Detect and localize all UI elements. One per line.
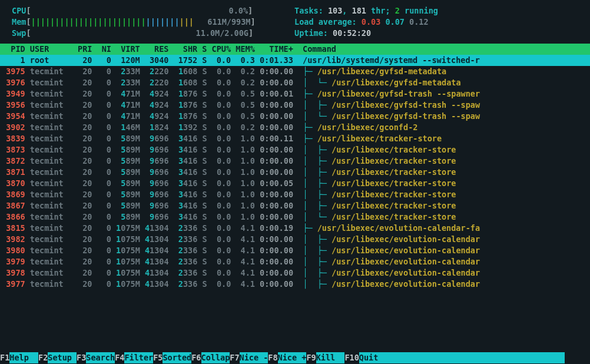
table-row[interactable]: 3871 tecmint 20 0 589M 9696 3416 S 0.0 1… bbox=[0, 167, 590, 178]
fkey-f8[interactable]: F8 bbox=[268, 353, 277, 362]
load-1: 0.03 bbox=[362, 17, 381, 27]
fkey-f1[interactable]: F1 bbox=[0, 353, 9, 362]
table-row[interactable]: 3873 tecmint 20 0 589M 9696 3416 S 0.0 1… bbox=[0, 144, 590, 155]
column-headers[interactable]: PID USER PRI NI VIRT RES SHR S CPU% MEM%… bbox=[0, 44, 590, 55]
swp-meter: Swp[11.0M/2.00G] bbox=[12, 28, 289, 39]
function-key-bar[interactable]: F1Help F2Setup F3SearchF4FilterF5SortedF… bbox=[0, 352, 590, 364]
table-row[interactable]: 3978 tecmint 20 0 1075M 41304 2336 S 0.0… bbox=[0, 267, 590, 279]
table-row[interactable]: 3954 tecmint 20 0 471M 4924 1876 S 0.0 0… bbox=[0, 111, 590, 122]
fkey-f7[interactable]: F7 bbox=[230, 353, 239, 362]
table-row[interactable]: 3977 tecmint 20 0 1075M 41304 2336 S 0.0… bbox=[0, 279, 590, 290]
fkey-f10[interactable]: F10 bbox=[344, 353, 359, 362]
mem-meter: Mem[||||||||||||||||||||||||||||||||||61… bbox=[12, 16, 289, 28]
tasks-count: 103 bbox=[328, 6, 342, 15]
process-list[interactable]: 3975 tecmint 20 0 233M 2220 1608 S 0.0 0… bbox=[0, 66, 590, 290]
table-row[interactable]: 3872 tecmint 20 0 589M 9696 3416 S 0.0 1… bbox=[0, 155, 590, 167]
table-row[interactable]: 3870 tecmint 20 0 589M 9696 3416 S 0.0 1… bbox=[0, 178, 590, 189]
mem-total: 993M bbox=[231, 16, 251, 28]
table-row[interactable]: 3839 tecmint 20 0 589M 9696 3416 S 0.0 1… bbox=[0, 133, 590, 144]
fkey-f5[interactable]: F5 bbox=[153, 353, 163, 362]
table-row[interactable]: 3980 tecmint 20 0 1075M 41304 2336 S 0.0… bbox=[0, 245, 590, 256]
swp-label: Swp bbox=[12, 28, 26, 39]
table-row[interactable]: 3975 tecmint 20 0 233M 2220 1608 S 0.0 0… bbox=[0, 66, 590, 77]
table-row[interactable]: 3867 tecmint 20 0 589M 9696 3416 S 0.0 1… bbox=[0, 200, 590, 211]
load-5: 0.07 bbox=[385, 17, 405, 27]
running-count: 2 bbox=[395, 6, 400, 15]
fkey-f3[interactable]: F3 bbox=[77, 353, 86, 362]
load-15: 0.12 bbox=[409, 17, 429, 27]
running-label: running bbox=[400, 6, 438, 15]
table-row[interactable]: 3869 tecmint 20 0 589M 9696 3416 S 0.0 1… bbox=[0, 189, 590, 200]
cpu-value: 0.0% bbox=[229, 5, 248, 16]
info-area: Tasks: 103, 181 thr; 2 running Load aver… bbox=[289, 5, 438, 39]
uptime-label: Uptime: bbox=[294, 28, 333, 38]
uptime-value: 00:52:20 bbox=[333, 28, 371, 38]
table-row[interactable]: 3949 tecmint 20 0 471M 4924 1876 S 0.0 0… bbox=[0, 88, 590, 100]
table-row[interactable]: 3979 tecmint 20 0 1075M 41304 2336 S 0.0… bbox=[0, 256, 590, 267]
uptime-line: Uptime: 00:52:20 bbox=[294, 28, 438, 39]
table-row[interactable]: 3982 tecmint 20 0 1075M 41304 2336 S 0.0… bbox=[0, 234, 590, 245]
selected-row[interactable]: 1 root 20 0 120M 3040 1752 S 0.0 0.3 0:0… bbox=[0, 55, 590, 66]
table-row[interactable]: 3902 tecmint 20 0 146M 1824 1392 S 0.0 0… bbox=[0, 122, 590, 133]
tasks-line: Tasks: 103, 181 thr; 2 running bbox=[294, 5, 438, 16]
cpu-meter: CPU[0.0%] bbox=[12, 5, 289, 16]
fkey-f6[interactable]: F6 bbox=[191, 353, 201, 362]
meters-area: CPU[0.0%] Mem[||||||||||||||||||||||||||… bbox=[0, 5, 289, 39]
tasks-label: Tasks: bbox=[294, 6, 328, 15]
table-row[interactable]: 3866 tecmint 20 0 589M 9696 3416 S 0.0 1… bbox=[0, 211, 590, 223]
table-row[interactable]: 3815 tecmint 20 0 1075M 41304 2336 S 0.0… bbox=[0, 223, 590, 234]
table-row[interactable]: 3976 tecmint 20 0 233M 2220 1608 S 0.0 0… bbox=[0, 77, 590, 88]
header-section: CPU[0.0%] Mem[||||||||||||||||||||||||||… bbox=[0, 0, 590, 44]
thr-label: thr; bbox=[366, 6, 395, 15]
swp-value: 11.0M/2.00G bbox=[196, 28, 248, 39]
load-label: Load average: bbox=[294, 17, 362, 27]
mem-label: Mem bbox=[12, 16, 26, 28]
fkey-f4[interactable]: F4 bbox=[115, 353, 124, 362]
table-row[interactable]: 3956 tecmint 20 0 471M 4924 1876 S 0.0 0… bbox=[0, 100, 590, 111]
load-line: Load average: 0.03 0.07 0.12 bbox=[294, 16, 438, 28]
thread-count: 181 bbox=[352, 6, 366, 15]
mem-used: 611M bbox=[207, 17, 227, 27]
fkey-f9[interactable]: F9 bbox=[306, 353, 316, 362]
cpu-label: CPU bbox=[12, 5, 26, 16]
fkey-f2[interactable]: F2 bbox=[38, 353, 48, 362]
